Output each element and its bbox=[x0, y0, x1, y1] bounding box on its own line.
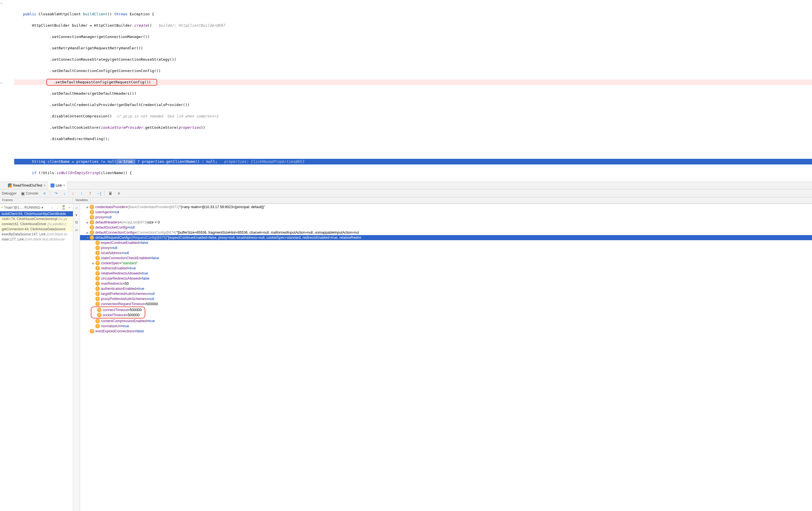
variable-row[interactable]: defaultSocketConfig = null bbox=[80, 225, 812, 230]
stack-frame[interactable]: main:177, Link (com.blank.test.clickhous… bbox=[0, 237, 73, 242]
variable-row[interactable]: contentCompressionEnabled = true bbox=[80, 319, 812, 324]
field-icon bbox=[90, 220, 94, 224]
collapse-icon[interactable]: ▼ bbox=[86, 236, 90, 239]
variable-row[interactable]: proxy = null bbox=[80, 245, 812, 250]
field-icon bbox=[95, 261, 100, 265]
drop-frame-button[interactable]: ⤴ bbox=[86, 190, 94, 196]
debug-toolbar: Debugger ▣Console ≡ ↷ ↓ ↓ ↑ ⤴ →| 🖩 ≡ bbox=[0, 189, 812, 198]
side-toolbar: ↔ ▾ ⧉ ∞ bbox=[73, 204, 80, 511]
field-icon bbox=[97, 308, 102, 312]
threads-button[interactable]: ≡ bbox=[40, 190, 49, 196]
field-icon bbox=[95, 281, 100, 286]
tab-readtimedouttest[interactable]: ReadTimedOutTest × bbox=[6, 181, 48, 189]
step-into-icon: ↓ bbox=[62, 191, 67, 196]
console-tab-button[interactable]: ▣Console bbox=[19, 190, 40, 196]
code-line: HttpClientBuilder builder = HttpClientBu… bbox=[14, 23, 812, 28]
stack-frame[interactable]: connect:62, ClickHouseDriver (ru.yandex.… bbox=[0, 221, 73, 227]
field-icon bbox=[95, 251, 100, 255]
thread-checkmark-icon: ✔ bbox=[1, 206, 3, 209]
restore-layout-button[interactable]: ↔ bbox=[74, 205, 79, 210]
thread-selector-row: ✔ "main"@1…: RUNNING ▾ ↑ ↓ ⏳ + bbox=[0, 204, 73, 211]
close-icon[interactable]: × bbox=[44, 183, 46, 188]
variable-row[interactable]: staleConnectionCheckEnabled = false bbox=[80, 256, 812, 261]
variable-row[interactable]: maxRedirects = 50 bbox=[80, 281, 812, 286]
variable-row[interactable]: relativeRedirectsAllowed = true bbox=[80, 271, 812, 276]
run-to-cursor-button[interactable]: →| bbox=[95, 190, 103, 196]
field-icon bbox=[90, 205, 94, 209]
copy-button[interactable]: ⧉ bbox=[74, 220, 79, 225]
debugger-tab-button[interactable]: Debugger bbox=[0, 191, 19, 196]
expand-icon[interactable]: ▶ bbox=[86, 206, 90, 209]
variable-row[interactable]: circularRedirectsAllowed = false bbox=[80, 276, 812, 281]
code-line bbox=[14, 147, 812, 153]
infinity-button[interactable]: ∞ bbox=[74, 227, 79, 232]
variable-row[interactable]: localAddress = null bbox=[80, 250, 812, 256]
threads-icon: ≡ bbox=[42, 191, 47, 196]
force-step-into-button[interactable]: ↓ bbox=[69, 190, 77, 196]
next-frame-button[interactable]: ↓ bbox=[55, 205, 60, 210]
expand-icon[interactable]: ▶ bbox=[86, 221, 90, 224]
variable-row[interactable]: ▶defaultHeaders = {ArrayList@673} size =… bbox=[80, 220, 812, 225]
inline-hint: builder: HttpClientBuilder@667 bbox=[158, 23, 225, 28]
field-icon bbox=[95, 266, 100, 271]
field-icon bbox=[95, 256, 100, 260]
variable-row[interactable]: ▶defaultConnectionConfig = {ConnectionCo… bbox=[80, 230, 812, 235]
step-over-button[interactable]: ↷ bbox=[52, 190, 60, 196]
add-button[interactable]: + bbox=[67, 205, 72, 210]
filter-frames-button[interactable]: ⏳ bbox=[61, 205, 66, 210]
field-icon bbox=[90, 225, 94, 230]
frames-list[interactable]: buildClient:84, ClickHouseHttpClientBuil… bbox=[0, 211, 73, 511]
close-icon[interactable]: × bbox=[63, 183, 65, 188]
evaluate-button[interactable]: 🖩 bbox=[107, 190, 114, 196]
stack-frame[interactable]: buildClient:84, ClickHouseHttpClientBuil… bbox=[0, 211, 73, 216]
field-icon bbox=[95, 302, 100, 306]
prev-frame-button[interactable]: ↑ bbox=[50, 205, 55, 210]
variable-row[interactable]: normalizeUri = true bbox=[80, 324, 812, 329]
trace-button[interactable]: ≡ bbox=[115, 190, 123, 196]
drop-frame-icon: ⤴ bbox=[88, 191, 92, 196]
fold-icon[interactable]: ⊖ bbox=[1, 1, 2, 6]
code-line: .setRetryHandler(getRequestRetryHandler(… bbox=[14, 46, 812, 51]
variable-row[interactable]: socketTimeout = 500000 bbox=[92, 312, 143, 318]
variable-row[interactable]: expectContinueEnabled = false bbox=[80, 240, 812, 245]
inline-value: = true bbox=[116, 159, 135, 163]
code-line: .setDefaultConnectionConfig(getConnectio… bbox=[14, 68, 812, 74]
fold-icon[interactable]: ⊖ bbox=[1, 80, 2, 86]
expand-icon[interactable]: ▶ bbox=[86, 231, 90, 234]
variable-row[interactable]: evictExpiredConnections = false bbox=[80, 329, 812, 334]
field-icon bbox=[97, 313, 102, 317]
code-line-highlighted: .setDefaultRequestConfig(getRequestConfi… bbox=[14, 80, 812, 85]
variable-row-selected[interactable]: ▼defaultRequestConfig = {RequestConfig@6… bbox=[80, 235, 812, 240]
stack-frame[interactable]: getConnection:44, ClickHouseDataSource bbox=[0, 227, 73, 232]
variable-row[interactable]: connectTimeout = 500000 bbox=[92, 307, 143, 312]
field-icon bbox=[95, 287, 100, 291]
variable-row[interactable]: ▶cookieSpec = "standard" bbox=[80, 261, 812, 266]
variable-row[interactable]: targetPreferredAuthSchemes = null bbox=[80, 291, 812, 296]
variable-row[interactable]: proxyPreferredAuthSchemes = null bbox=[80, 296, 812, 301]
variables-tree[interactable]: ▶credentialsProvider = {BasicCredentials… bbox=[80, 204, 812, 511]
variable-row[interactable]: redirectsEnabled = true bbox=[80, 266, 812, 271]
chevron-down-icon: ▾ bbox=[41, 206, 43, 210]
step-into-button[interactable]: ↓ bbox=[61, 190, 69, 196]
annotation-box: .setDefaultRequestConfig(getRequestConfi… bbox=[46, 79, 157, 86]
force-step-into-icon: ↓ bbox=[71, 191, 76, 196]
variable-row[interactable]: connectionRequestTimeout = 500000 bbox=[80, 301, 812, 306]
stack-frame[interactable]: <init>:74, ClickHouseConnectionImpl (ru.… bbox=[0, 216, 73, 221]
keyword-public: public bbox=[23, 12, 36, 16]
execution-line: String clientName = properties != null =… bbox=[14, 159, 812, 164]
inline-hint: properties: ClickHouseProperties@653 bbox=[224, 159, 304, 163]
settings-button[interactable]: ▾ bbox=[74, 212, 79, 217]
calculator-icon: 🖩 bbox=[108, 191, 113, 196]
gutter: ⊖ ⊖ bbox=[0, 0, 4, 181]
variable-row[interactable]: proxy = null bbox=[80, 215, 812, 220]
expand-icon[interactable]: ▶ bbox=[91, 262, 95, 265]
variable-row[interactable]: ▶credentialsProvider = {BasicCredentials… bbox=[80, 205, 812, 210]
tab-link[interactable]: Link × bbox=[48, 181, 68, 189]
variable-row[interactable]: userAgent = null bbox=[80, 210, 812, 215]
variable-row[interactable]: authenticationEnabled = true bbox=[80, 286, 812, 291]
console-icon: ▣ bbox=[21, 191, 25, 196]
thread-dropdown[interactable]: "main"@1…: RUNNING ▾ bbox=[4, 206, 49, 210]
step-out-button[interactable]: ↑ bbox=[78, 190, 86, 196]
code-editor[interactable]: ⊖ ⊖ public CloseableHttpClient buildClie… bbox=[0, 0, 812, 181]
stack-frame[interactable]: execByDataSource:147, Link (com.blank.te bbox=[0, 232, 73, 237]
